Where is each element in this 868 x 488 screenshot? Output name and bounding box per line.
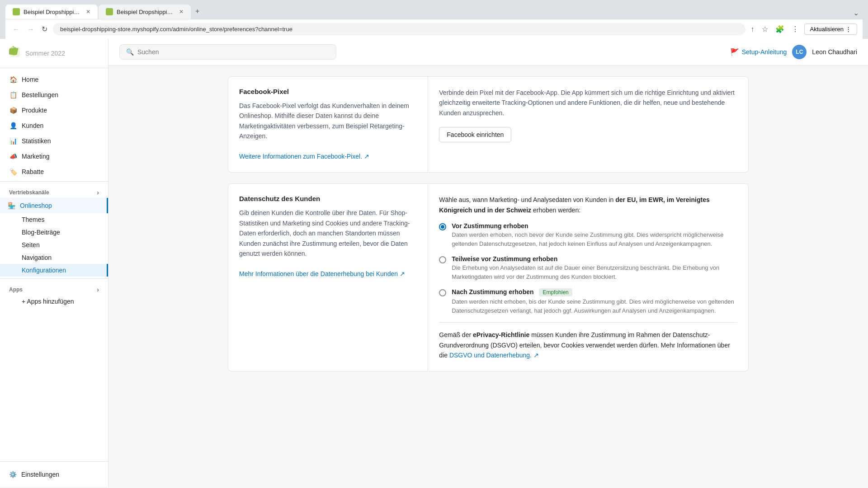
empfohlen-badge: Empfohlen: [539, 288, 572, 296]
main-content: Facebook-Pixel Das Facebook-Pixel verfol…: [108, 66, 868, 487]
sidebar-marketing-label: Marketing: [22, 153, 49, 160]
tab-label-inactive: Beispiel Dropshipping Store: [117, 9, 175, 15]
facebook-pixel-left: Facebook-Pixel Das Facebook-Pixel verfol…: [228, 77, 428, 172]
settings-icon: ⚙️: [9, 471, 17, 478]
radio-teilweise-desc: Die Erhebung von Analysedaten ist auf di…: [452, 263, 737, 281]
radio-nach-zustimmung-content: Nach Zustimmung erhoben Empfohlen Daten …: [452, 288, 737, 315]
settings-label: Einstellungen: [21, 471, 59, 478]
eprivacy-bold: ePrivacy-Richtlinie: [473, 331, 529, 338]
radio-option-teilweise: Teilweise vor Zustimmung erhoben Die Erh…: [439, 255, 737, 281]
facebook-pixel-section: Facebook-Pixel Das Facebook-Pixel verfol…: [228, 76, 749, 173]
sidebar-bestellungen-label: Bestellungen: [22, 91, 58, 99]
apps-arrow: ›: [97, 286, 99, 293]
dsgvo-link[interactable]: DSGVO und Datenerhebung. ↗: [449, 352, 539, 359]
rabatte-icon: 🏷️: [9, 168, 17, 176]
radio-nach-zustimmung[interactable]: [439, 289, 446, 296]
browser-tab-active[interactable]: Beispiel Dropshipping Store ·... ✕: [5, 5, 98, 19]
facebook-pixel-title: Facebook-Pixel: [239, 88, 417, 95]
radio-vor-zustimmung-label: Vor Zustimmung erhoben: [452, 222, 737, 230]
sidebar-item-seiten[interactable]: Seiten: [0, 239, 108, 251]
facebook-pixel-link[interactable]: Weitere Informationen zum Facebook-Pixel…: [239, 153, 369, 160]
sidebar-item-onlineshop[interactable]: 🏪 Onlineshop: [0, 198, 108, 213]
sidebar-item-bestellungen[interactable]: 📋 Bestellungen: [0, 87, 108, 103]
search-box[interactable]: 🔍: [119, 44, 336, 60]
apps-label[interactable]: Apps ›: [0, 281, 108, 295]
flag-icon: 🚩: [730, 48, 739, 56]
sidebar-statistiken-label: Statistiken: [22, 137, 51, 145]
update-icon: ⋮: [845, 26, 851, 33]
radio-vor-zustimmung-content: Vor Zustimmung erhoben Daten werden erho…: [452, 222, 737, 248]
extensions-button[interactable]: 🧩: [774, 23, 786, 35]
sidebar-onlineshop-label: Onlineshop: [20, 202, 52, 209]
vertriebskanaele-label[interactable]: Vertriebskanäle ›: [0, 183, 108, 198]
update-button[interactable]: Aktualisieren ⋮: [804, 23, 857, 35]
datenschutz-left: Datenschutz des Kunden Gib deinen Kunden…: [228, 184, 428, 371]
sidebar-item-konfigurationen[interactable]: Konfigurationen: [0, 264, 108, 277]
tab-close-inactive[interactable]: ✕: [179, 9, 184, 15]
search-input[interactable]: [137, 48, 330, 56]
forward-button[interactable]: →: [25, 23, 36, 35]
sidebar: S Sommer 2022 🏠 Home 📋 Bestellungen 📦 Pr…: [0, 39, 108, 487]
sidebar-produkte-label: Produkte: [22, 107, 47, 114]
tab-label-active: Beispiel Dropshipping Store ·...: [24, 9, 82, 15]
vertriebskanaele-arrow: ›: [97, 189, 99, 196]
sidebar-rabatte-label: Rabatte: [22, 168, 44, 175]
radio-teilweise[interactable]: [439, 256, 446, 263]
menu-button[interactable]: ⋮: [790, 23, 801, 35]
products-icon: 📦: [9, 106, 17, 114]
sidebar-item-blog-beitraege[interactable]: Blog-Beiträge: [0, 226, 108, 239]
facebook-pixel-right-text: Verbinde dein Pixel mit der Facebook-App…: [439, 88, 737, 118]
datenschutz-link[interactable]: Mehr Informationen über die Datenerhebun…: [239, 270, 405, 277]
tab-favicon: [13, 8, 20, 15]
sidebar-item-rabatte[interactable]: 🏷️ Rabatte: [0, 164, 108, 179]
refresh-button[interactable]: ↻: [40, 23, 49, 35]
datenschutz-content: Datenschutz des Kunden Gib deinen Kunden…: [228, 184, 748, 371]
radio-teilweise-label: Teilweise vor Zustimmung erhoben: [452, 255, 737, 263]
new-tab-button[interactable]: +: [192, 4, 203, 19]
svg-point-0: [14, 9, 19, 14]
datenschutz-right: Wähle aus, wann Marketing- und Analyseda…: [428, 184, 748, 371]
vertriebskanaele-section: Vertriebskanäle › 🏪 Onlineshop Themes Bl…: [0, 181, 108, 277]
datenschutz-external-icon: ↗: [400, 270, 405, 277]
sidebar-item-marketing[interactable]: 📣 Marketing: [0, 149, 108, 164]
sidebar-item-produkte[interactable]: 📦 Produkte: [0, 103, 108, 118]
sidebar-item-add-apps[interactable]: + Apps hinzufügen: [0, 295, 108, 308]
sidebar-item-home[interactable]: 🏠 Home: [0, 72, 108, 87]
browser-tab-inactive[interactable]: Beispiel Dropshipping Store ✕: [99, 5, 191, 19]
back-button[interactable]: ←: [11, 23, 22, 35]
user-name[interactable]: Leon Chaudhari: [812, 48, 857, 56]
top-bar: 🔍 🚩 Setup-Anleitung LC Leon Chaudhari: [108, 39, 868, 66]
facebook-einrichten-button[interactable]: Facebook einrichten: [439, 127, 511, 142]
radio-nach-zustimmung-label: Nach Zustimmung erhoben Empfohlen: [452, 288, 737, 296]
home-icon: 🏠: [9, 75, 17, 84]
datenschutz-info-text: Gemäß der ePrivacy-Richtlinie müssen Kun…: [439, 322, 737, 360]
sidebar-item-settings[interactable]: ⚙️ Einstellungen: [9, 467, 99, 482]
share-button[interactable]: ↑: [749, 23, 756, 35]
search-icon: 🔍: [126, 48, 134, 56]
radio-nach-zustimmung-desc: Daten werden nicht erhoben, bis der Kund…: [452, 297, 737, 315]
radio-vor-zustimmung[interactable]: [439, 223, 446, 230]
bookmark-button[interactable]: ☆: [760, 23, 770, 35]
datenschutz-right-title: Wähle aus, wann Marketing- und Analyseda…: [439, 195, 737, 215]
datenschutz-desc: Gib deinen Kunden die Kontrolle über ihr…: [239, 208, 417, 279]
setup-anleitung-button[interactable]: 🚩 Setup-Anleitung: [730, 48, 787, 56]
tab-close-active[interactable]: ✕: [86, 9, 90, 15]
external-link-icon: ↗: [364, 153, 369, 160]
sidebar-item-statistiken[interactable]: 📊 Statistiken: [0, 133, 108, 149]
facebook-pixel-right: Verbinde dein Pixel mit der Facebook-App…: [428, 77, 748, 172]
content-wrapper: Facebook-Pixel Das Facebook-Pixel verfol…: [217, 66, 760, 393]
sidebar-item-themes[interactable]: Themes: [0, 213, 108, 226]
sidebar-item-navigation[interactable]: Navigation: [0, 251, 108, 264]
avatar: LC: [792, 45, 807, 59]
sidebar-navigation: 🏠 Home 📋 Bestellungen 📦 Produkte 👤 Kunde…: [0, 68, 108, 461]
sidebar-item-kunden[interactable]: 👤 Kunden: [0, 118, 108, 133]
datenschutz-title: Datenschutz des Kunden: [239, 195, 417, 202]
facebook-pixel-content: Facebook-Pixel Das Facebook-Pixel verfol…: [228, 77, 748, 172]
orders-icon: 📋: [9, 91, 17, 99]
app-layout: S Sommer 2022 🏠 Home 📋 Bestellungen 📦 Pr…: [0, 39, 868, 487]
facebook-pixel-desc: Das Facebook-Pixel verfolgt das Kundenve…: [239, 101, 417, 161]
address-input[interactable]: [53, 23, 745, 35]
shopify-logo-icon: S: [9, 46, 21, 61]
sidebar-kunden-label: Kunden: [22, 122, 43, 129]
tab-dropdown[interactable]: ⌄: [849, 7, 863, 19]
